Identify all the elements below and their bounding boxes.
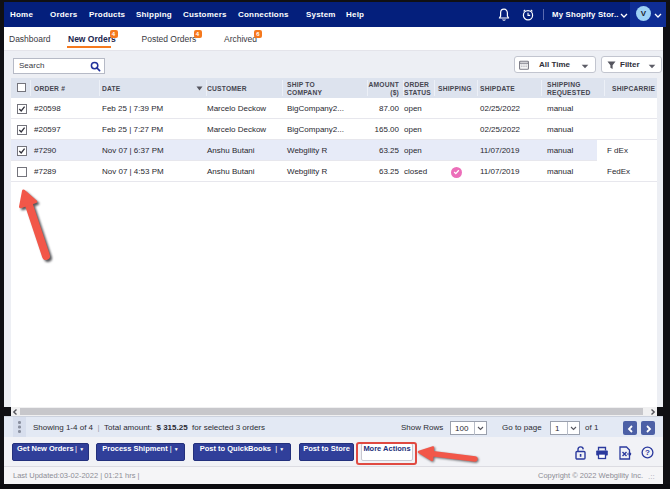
svg-text:?: ? bbox=[645, 448, 650, 457]
